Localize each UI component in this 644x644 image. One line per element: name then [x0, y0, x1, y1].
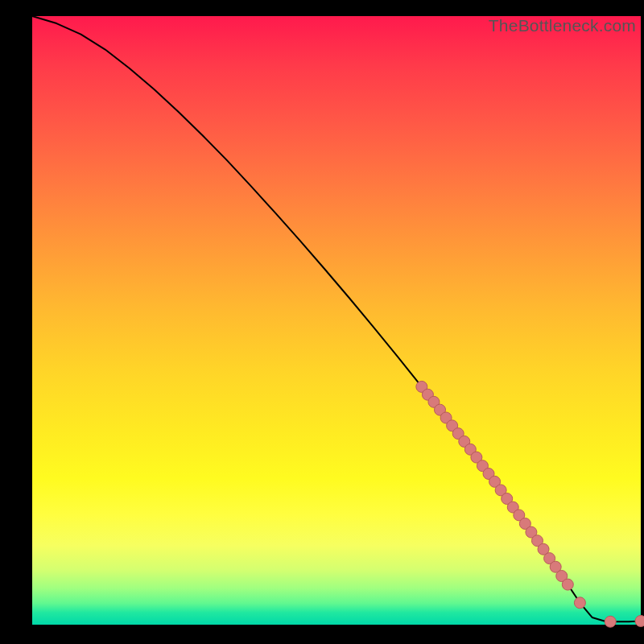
data-point [605, 616, 616, 627]
scatter-dots [416, 381, 644, 627]
data-point [635, 615, 644, 626]
plot-area: TheBottleneck.com [32, 16, 641, 625]
data-point [562, 579, 573, 590]
curve-line [32, 16, 641, 621]
data-point [574, 597, 585, 609]
chart-svg [32, 16, 641, 625]
chart-root: TheBottleneck.com [0, 0, 644, 644]
